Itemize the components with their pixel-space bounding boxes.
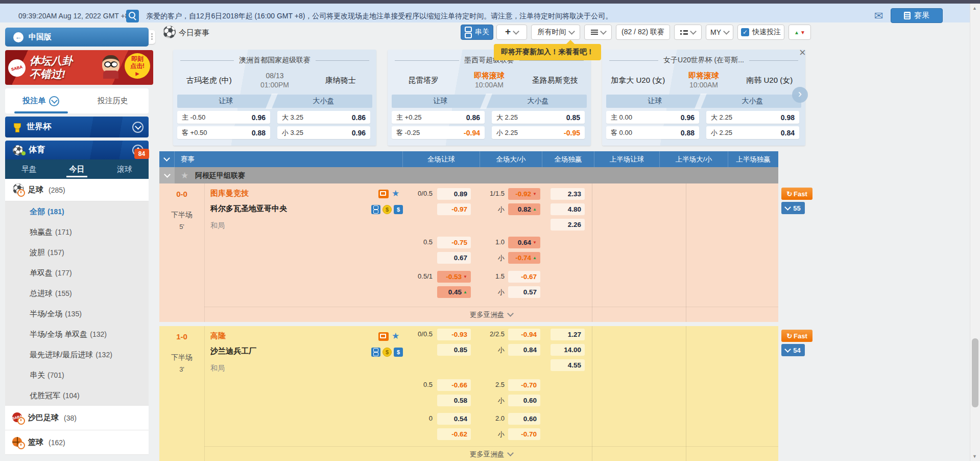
odds-sort-button[interactable]: ▲▼	[788, 25, 811, 40]
odds-cell[interactable]: 客 +0.500.88	[177, 126, 270, 139]
sidebar-item-moneyline[interactable]: 独赢盘(171)	[5, 222, 149, 242]
market-count-dropdown[interactable]: 55	[781, 202, 805, 214]
tab-bet-slip[interactable]: 投注单	[5, 88, 77, 113]
collapse-all-button[interactable]	[159, 151, 175, 167]
worldcup-section-button[interactable]: 世界杯	[5, 117, 149, 137]
sidebar-item-outright[interactable]: 优胜冠军(104)	[5, 385, 149, 406]
odds-cell[interactable]: -0.66	[437, 379, 471, 391]
page-scrollbar[interactable]: ▲ ▼	[970, 4, 980, 461]
sort-filter-dropdown[interactable]	[584, 25, 612, 40]
odds-cell[interactable]: 4.80	[551, 203, 585, 215]
odds-cell[interactable]: -0.75	[437, 237, 471, 248]
parlay-button[interactable]: 串关	[461, 25, 493, 40]
sidebar-item-odd-even[interactable]: 单双盘(177)	[5, 263, 149, 283]
results-button[interactable]: 赛果	[891, 8, 943, 23]
odds-cell[interactable]: 2.26	[551, 219, 585, 230]
tab-early-markets[interactable]: 早盘	[5, 159, 53, 179]
odds-cell[interactable]: 0.54	[437, 413, 471, 425]
odds-cell[interactable]: 0.60	[508, 413, 540, 425]
sidebar-item-first-last-goal[interactable]: 最先进球/最后进球(132)	[5, 344, 149, 365]
odds-cell[interactable]: -0.53▼	[437, 271, 471, 283]
odds-cell[interactable]: 小 2.250.84	[706, 126, 799, 139]
odds-cell[interactable]: 0.82▲	[508, 203, 540, 215]
cashout-coin-icon[interactable]: $	[383, 348, 392, 357]
odds-cell[interactable]: 客 0.000.88	[606, 126, 699, 139]
odds-cell[interactable]: 大 2.250.85	[492, 111, 585, 124]
sidebar-item-basketball[interactable]: 篮球 (162)	[5, 430, 149, 455]
favorite-star-icon[interactable]: ★	[181, 170, 188, 181]
odds-cell[interactable]: 主 0.000.96	[606, 111, 699, 124]
scrollbar-thumb[interactable]	[972, 338, 978, 407]
odds-cell[interactable]: -0.94	[508, 329, 540, 340]
odds-cell[interactable]: 0.64▼	[508, 237, 540, 248]
live-tv-icon[interactable]	[378, 190, 389, 198]
scroll-up-icon[interactable]: ▲	[972, 6, 977, 11]
search-button[interactable]	[126, 10, 139, 22]
sidebar-item-correct-score[interactable]: 波胆(157)	[5, 242, 149, 263]
odds-cell[interactable]: 2.33	[551, 188, 585, 200]
market-count-dropdown[interactable]: 54	[781, 344, 805, 356]
next-cards-button[interactable]: ›	[792, 87, 808, 103]
odds-cell[interactable]: 0.84	[508, 344, 540, 356]
league-filter-button[interactable]: (82 / 82) 联赛	[616, 25, 670, 40]
odds-cell[interactable]: 4.55	[551, 359, 585, 371]
add-market-button[interactable]: +	[496, 25, 527, 40]
promo-banner[interactable]: SABA 体坛八卦不错过! 即刻点击! ▶	[5, 50, 153, 85]
odds-cell[interactable]: -0.67	[508, 271, 540, 283]
sidebar-item-all[interactable]: 全部(181)	[5, 201, 149, 222]
collapse-league-button[interactable]	[159, 167, 175, 183]
live-tv-icon[interactable]	[378, 332, 389, 341]
odds-cell[interactable]: 1.27	[551, 329, 585, 340]
sports-section-button[interactable]: ⚽ 体育	[5, 141, 149, 159]
odds-cell[interactable]: 0.57	[508, 286, 540, 298]
parlay-available-icon[interactable]	[371, 348, 380, 357]
dollar-market-icon[interactable]: $	[394, 205, 403, 214]
odds-type-dropdown[interactable]: MY	[706, 25, 733, 40]
odds-cell[interactable]: -0.70	[508, 428, 540, 440]
odds-cell[interactable]: 客 -0.25-0.94	[392, 126, 485, 139]
odds-cell[interactable]: 大 2.250.98	[706, 111, 799, 124]
close-icon[interactable]: ×	[799, 46, 806, 59]
favorite-star-icon[interactable]: ★	[392, 188, 399, 199]
view-mode-dropdown[interactable]	[674, 25, 702, 40]
odds-cell[interactable]: 小 3.250.96	[277, 126, 370, 139]
odds-cell[interactable]: 0.89	[437, 188, 471, 200]
odds-cell[interactable]: 0.85	[437, 344, 471, 356]
sidebar-item-ht-ft[interactable]: 半场/全场(135)	[5, 304, 149, 324]
tab-today-markets[interactable]: 今日	[53, 159, 101, 179]
odds-cell[interactable]: 0.67	[437, 252, 471, 264]
mail-icon[interactable]: ✉	[874, 10, 883, 22]
odds-cell[interactable]: 14.00	[551, 344, 585, 356]
favorite-star-icon[interactable]: ★	[392, 331, 399, 341]
sidebar-item-ht-ft-odd-even[interactable]: 半场/全场 单双盘(132)	[5, 324, 149, 344]
scroll-down-icon[interactable]: ▼	[972, 454, 977, 459]
sidebar-item-total-goals[interactable]: 总进球(155)	[5, 283, 149, 304]
time-filter-dropdown[interactable]: 所有时间	[531, 25, 580, 40]
sidebar-item-saba-football[interactable]: SABA 沙巴足球 (38)	[5, 406, 149, 430]
odds-cell[interactable]: 主 -0.500.96	[177, 111, 270, 124]
odds-cell[interactable]: 主 +0.250.86	[392, 111, 485, 124]
odds-cell[interactable]: -0.93	[437, 329, 471, 340]
odds-cell[interactable]: -0.74▲	[508, 252, 540, 264]
odds-cell[interactable]: -0.70	[508, 379, 540, 391]
fast-bet-button[interactable]: ↻Fast	[781, 188, 812, 200]
odds-cell[interactable]: 0.60	[508, 395, 540, 406]
site-version-button[interactable]: ← 中国版	[5, 28, 149, 47]
odds-cell[interactable]: 0.45▲	[437, 286, 471, 298]
tab-bet-history[interactable]: 投注历史	[77, 88, 149, 113]
odds-cell[interactable]: 大 3.250.86	[277, 111, 370, 124]
sidebar-item-football[interactable]: ⚽ 足球 (285)	[5, 179, 149, 201]
more-asian-lines-button[interactable]: 更多亚洲盘	[204, 307, 778, 322]
cashout-coin-icon[interactable]: $	[383, 205, 392, 214]
odds-cell[interactable]: 0.58	[437, 395, 471, 406]
dollar-market-icon[interactable]: $	[394, 348, 403, 357]
quick-bet-toggle[interactable]: ✓ 快速投注	[737, 25, 784, 40]
tab-live-markets[interactable]: 滚球	[101, 159, 149, 179]
odds-cell[interactable]: -0.62	[437, 428, 471, 440]
more-asian-lines-button[interactable]: 更多亚洲盘	[204, 446, 778, 461]
odds-cell[interactable]: 小 2.25-0.95	[492, 126, 585, 139]
odds-cell[interactable]: -0.92▼	[508, 188, 540, 200]
parlay-available-icon[interactable]	[371, 205, 380, 214]
sidebar-item-parlay[interactable]: 串关(701)	[5, 365, 149, 385]
odds-cell[interactable]: -0.97	[437, 203, 471, 215]
